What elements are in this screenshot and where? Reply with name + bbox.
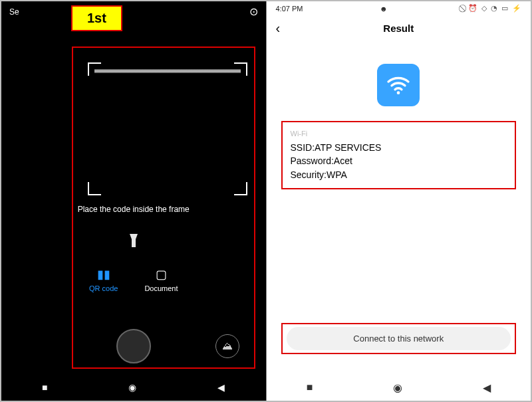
more-icon[interactable]: ⊙: [249, 5, 258, 18]
password-value: Acet: [334, 155, 352, 166]
status-time: 4:07 PM: [276, 5, 303, 13]
wifi-ssid-row: SSID:ATP SERVICES: [291, 141, 507, 154]
wifi-info-card: Wi-Fi SSID:ATP SERVICES Password:Acet Se…: [281, 121, 517, 189]
annotation-first: 1st: [71, 5, 122, 31]
wifi-security-row: Security:WPA: [291, 168, 507, 181]
charging-icon: ⚡: [512, 4, 521, 13]
nav-recents[interactable]: ■: [42, 382, 47, 393]
security-label: Security:: [291, 169, 327, 180]
mode-label-document: Document: [144, 284, 178, 292]
wifi-icon: [377, 64, 420, 106]
shutter-button[interactable]: [116, 329, 151, 363]
nav-back[interactable]: ◀: [483, 381, 491, 394]
battery-icon: ▭: [501, 4, 508, 13]
security-value: WPA: [327, 169, 347, 180]
gallery-button[interactable]: ⛰: [215, 334, 239, 358]
scanner-screen: Se ⊙ 1st Place the code inside the frame…: [1, 1, 267, 401]
password-label: Password:: [291, 155, 334, 166]
flashlight-icon[interactable]: [1, 234, 266, 253]
messenger-icon: ☻: [380, 5, 388, 13]
wifi-card-header: Wi-Fi: [291, 129, 507, 140]
connect-button[interactable]: Connect to this network: [287, 327, 511, 350]
document-icon: ▢: [144, 267, 178, 282]
page-title: Result: [267, 23, 531, 34]
picture-icon: ⛰: [222, 340, 233, 352]
ssid-value: ATP SERVICES: [315, 142, 381, 153]
alarm-icon: ⏰: [468, 4, 477, 13]
mode-tab-qr[interactable]: ▮▮ QR code: [89, 267, 118, 292]
status-left-text: Se: [9, 7, 19, 17]
scan-hint: Place the code inside the frame: [1, 205, 266, 214]
nav-back[interactable]: ◀: [217, 382, 225, 393]
system-nav-right: ■ ◉ ◀: [267, 374, 531, 401]
nav-home[interactable]: ◉: [393, 381, 402, 394]
system-nav-left: ■ ◉ ◀: [1, 374, 266, 401]
qr-icon: ▮▮: [89, 267, 118, 282]
wifi-status-icon: ◇: [481, 4, 487, 13]
nav-home[interactable]: ◉: [128, 382, 136, 393]
signal-icon: ◔: [491, 4, 497, 13]
scan-frame: [88, 62, 247, 195]
mode-tab-document[interactable]: ▢ Document: [144, 267, 178, 292]
status-right-icons: ⃠ ⏰ ◇ ◔ ▭ ⚡: [464, 4, 521, 13]
svg-point-0: [397, 91, 400, 94]
annotation-red-frame-connect: Connect to this network: [281, 323, 517, 354]
result-screen: 4:07 PM ☻ ⃠ ⏰ ◇ ◔ ▭ ⚡ ‹ Result Wi-Fi SSI…: [267, 1, 531, 401]
wifi-password-row: Password:Acet: [291, 154, 507, 167]
mode-label-qr: QR code: [89, 284, 118, 292]
nav-recents[interactable]: ■: [307, 381, 313, 393]
ssid-label: SSID:: [291, 142, 315, 153]
